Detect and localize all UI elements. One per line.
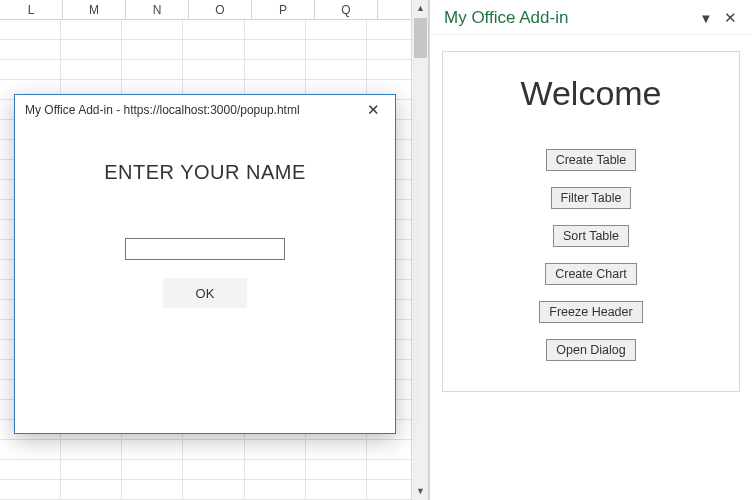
vertical-scrollbar[interactable]: ▲ ▼	[411, 0, 428, 500]
grid-cell[interactable]	[245, 40, 306, 60]
grid-cell[interactable]	[122, 480, 183, 500]
grid-cell[interactable]	[0, 480, 61, 500]
popup-title: My Office Add-in - https://localhost:300…	[25, 103, 359, 117]
taskpane-title: My Office Add-in	[444, 8, 694, 28]
grid-row	[0, 20, 428, 40]
grid-cell[interactable]	[61, 440, 122, 460]
grid-row	[0, 40, 428, 60]
grid-row	[0, 480, 428, 500]
grid-cell[interactable]	[183, 40, 244, 60]
grid-cell[interactable]	[0, 20, 61, 40]
scroll-thumb[interactable]	[414, 18, 427, 58]
grid-cell[interactable]	[306, 60, 367, 80]
grid-row	[0, 60, 428, 80]
taskpane-close-icon[interactable]: ✕	[718, 9, 742, 27]
grid-cell[interactable]	[245, 60, 306, 80]
popup-body: ENTER YOUR NAME OK	[15, 125, 395, 433]
grid-cell[interactable]	[306, 440, 367, 460]
column-header[interactable]: O	[189, 0, 252, 19]
grid-cell[interactable]	[0, 440, 61, 460]
grid-cell[interactable]	[245, 480, 306, 500]
grid-row	[0, 440, 428, 460]
scroll-down-icon[interactable]: ▼	[412, 483, 429, 500]
grid-cell[interactable]	[306, 40, 367, 60]
taskpane-body: Welcome Create Table Filter Table Sort T…	[430, 35, 752, 500]
popup-titlebar[interactable]: My Office Add-in - https://localhost:300…	[15, 95, 395, 125]
grid-cell[interactable]	[122, 20, 183, 40]
grid-cell[interactable]	[0, 40, 61, 60]
column-header[interactable]: L	[0, 0, 63, 19]
grid-cell[interactable]	[61, 40, 122, 60]
grid-cell[interactable]	[61, 20, 122, 40]
grid-cell[interactable]	[183, 60, 244, 80]
freeze-header-button[interactable]: Freeze Header	[539, 301, 642, 323]
filter-table-button[interactable]: Filter Table	[551, 187, 632, 209]
popup-close-icon[interactable]: ✕	[359, 101, 387, 119]
column-header[interactable]: M	[63, 0, 126, 19]
column-headers: L M N O P Q	[0, 0, 428, 20]
popup-dialog: My Office Add-in - https://localhost:300…	[14, 94, 396, 434]
grid-cell[interactable]	[245, 440, 306, 460]
grid-cell[interactable]	[306, 20, 367, 40]
grid-cell[interactable]	[306, 460, 367, 480]
grid-row	[0, 460, 428, 480]
grid-cell[interactable]	[61, 60, 122, 80]
column-header[interactable]: N	[126, 0, 189, 19]
grid-cell[interactable]	[0, 60, 61, 80]
grid-cell[interactable]	[183, 440, 244, 460]
name-input[interactable]	[125, 238, 285, 260]
column-header[interactable]: P	[252, 0, 315, 19]
grid-cell[interactable]	[122, 40, 183, 60]
grid-cell[interactable]	[0, 460, 61, 480]
grid-cell[interactable]	[61, 480, 122, 500]
grid-cell[interactable]	[245, 460, 306, 480]
grid-cell[interactable]	[183, 20, 244, 40]
grid-cell[interactable]	[122, 460, 183, 480]
column-header[interactable]: Q	[315, 0, 378, 19]
grid-cell[interactable]	[183, 460, 244, 480]
sort-table-button[interactable]: Sort Table	[553, 225, 629, 247]
ok-button[interactable]: OK	[163, 278, 247, 308]
taskpane-menu-icon[interactable]: ▼	[694, 11, 718, 26]
popup-heading: ENTER YOUR NAME	[104, 161, 306, 184]
taskpane-header: My Office Add-in ▼ ✕	[430, 0, 752, 35]
scroll-up-icon[interactable]: ▲	[412, 0, 429, 17]
grid-cell[interactable]	[306, 480, 367, 500]
grid-cell[interactable]	[245, 20, 306, 40]
grid-cell[interactable]	[122, 60, 183, 80]
welcome-panel: Welcome Create Table Filter Table Sort T…	[442, 51, 740, 392]
grid-cell[interactable]	[61, 460, 122, 480]
welcome-heading: Welcome	[520, 74, 661, 113]
taskpane: My Office Add-in ▼ ✕ Welcome Create Tabl…	[429, 0, 752, 500]
create-table-button[interactable]: Create Table	[546, 149, 637, 171]
grid-cell[interactable]	[122, 440, 183, 460]
open-dialog-button[interactable]: Open Dialog	[546, 339, 636, 361]
grid-cell[interactable]	[183, 480, 244, 500]
create-chart-button[interactable]: Create Chart	[545, 263, 637, 285]
